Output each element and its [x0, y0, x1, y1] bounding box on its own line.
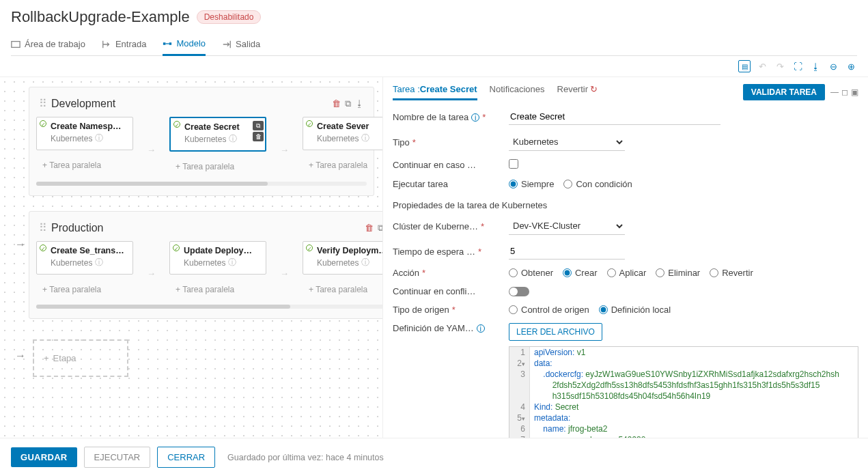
info-icon: ⓘ — [361, 132, 369, 144]
minimize-icon[interactable]: — — [830, 87, 839, 97]
task-title: Update Deploy… — [184, 246, 260, 255]
info-icon: ⓘ — [228, 257, 236, 268]
tab-output[interactable]: Salida — [222, 33, 260, 55]
drag-handle-icon[interactable]: ⠿ — [39, 221, 46, 234]
task-delete-icon[interactable]: 🗑 — [253, 132, 264, 141]
validate-task-button[interactable]: VALIDAR TAREA — [743, 84, 825, 100]
code: metadata: — [534, 413, 570, 423]
task-name-input[interactable] — [509, 109, 720, 125]
task-create-se-trans[interactable]: Create Se_trans… Kubernetesⓘ — [36, 241, 133, 275]
task-create-secret[interactable]: Create Secret Kubernetesⓘ ⧉ 🗑 — [169, 117, 266, 152]
info-icon[interactable]: i — [477, 324, 485, 333]
pipeline-canvas[interactable]: ⠿Development 🗑 ⧉ ⭳ Create Namesp… Kub — [0, 77, 382, 438]
last-saved-text: Guardado por última vez: hace 4 minutos — [227, 453, 384, 462]
drag-handle-icon[interactable]: ⠿ — [39, 97, 46, 110]
label-task-name: Nombre de la tarea — [393, 112, 468, 122]
delete-icon[interactable]: 🗑 — [332, 98, 341, 109]
continue-on-fail-checkbox[interactable] — [509, 159, 518, 169]
radio-apply[interactable]: Aplicar — [607, 268, 647, 278]
copy-icon[interactable]: ⧉ — [378, 223, 382, 234]
radio-delete[interactable]: Eliminar — [656, 268, 700, 278]
connector-icon: → — [147, 262, 156, 279]
info-icon[interactable]: i — [471, 113, 479, 122]
add-parallel-task[interactable]: Tarea paralela — [303, 280, 382, 299]
continue-conflict-toggle[interactable] — [509, 287, 529, 296]
fit-icon[interactable]: ⛶ — [792, 60, 804, 72]
copy-icon[interactable]: ⧉ — [345, 98, 351, 109]
stage-scrollbar[interactable] — [36, 182, 367, 186]
status-badge: Deshabilitado — [197, 10, 262, 24]
yaml-editor[interactable]: 1apiVersion: v1 2▾data: 3 .dockercfg: ey… — [509, 346, 858, 438]
svg-rect-1 — [163, 42, 166, 45]
stage-production[interactable]: ⠿Production 🗑 ⧉ ⭳ Create Se_t — [29, 211, 382, 319]
zoom-in-icon[interactable]: ⊕ — [845, 60, 857, 72]
radio-get[interactable]: Obtener — [509, 268, 553, 278]
maximize-icon[interactable]: ▣ — [851, 87, 858, 97]
add-parallel-task[interactable]: Tarea paralela — [303, 156, 382, 175]
task-type: Kubernetes — [184, 135, 226, 144]
radio-create[interactable]: Crear — [563, 268, 598, 278]
timeout-input[interactable] — [509, 243, 625, 260]
download-icon[interactable]: ⭳ — [809, 60, 822, 72]
tab-model[interactable]: Modelo — [163, 33, 206, 56]
tab-workspace-label: Área de trabajo — [25, 39, 85, 49]
add-parallel-task[interactable]: Tarea paralela — [169, 157, 266, 176]
tab-notifications[interactable]: Notificaciones — [490, 84, 545, 100]
stage-development[interactable]: ⠿Development 🗑 ⧉ ⭳ Create Namesp… Kub — [29, 87, 374, 196]
zoom-out-icon[interactable]: ⊖ — [827, 60, 839, 72]
label-continue-conflict: Continuar en confli… — [393, 286, 475, 296]
connector-icon: → — [280, 138, 289, 155]
rollback-indicator-icon: ↻ — [590, 84, 598, 94]
run-button[interactable]: EJECUTAR — [84, 447, 151, 468]
task-verify-deploy[interactable]: Verify Deploym… Kubernetesⓘ — [303, 241, 382, 275]
radio-local-def[interactable]: Definición local — [599, 305, 671, 315]
code: .dockercfg: — [534, 369, 583, 379]
close-button[interactable]: CERRAR — [157, 447, 215, 468]
cluster-select[interactable]: Dev-VKE-Cluster — [509, 217, 625, 235]
stage-connector-icon: → — [8, 347, 33, 365]
add-parallel-task[interactable]: Tarea paralela — [36, 280, 133, 299]
task-properties-panel: Tarea :Create Secret Notificaciones Reve… — [382, 77, 868, 438]
label-yaml: Definición de YAM… — [393, 323, 474, 333]
label-continue-fail: Continuar en caso … — [393, 160, 476, 170]
code: data: — [534, 359, 552, 368]
stage-scrollbar[interactable] — [36, 305, 382, 309]
radio-rollback[interactable]: Revertir — [710, 268, 753, 278]
task-type-select[interactable]: Kubernetes — [509, 133, 625, 151]
code: name: — [534, 424, 566, 434]
add-parallel-task[interactable]: Tarea paralela — [169, 280, 266, 299]
task-update-deploy[interactable]: Update Deploy… Kubernetesⓘ — [169, 241, 266, 275]
redo-icon[interactable]: ↷ — [774, 60, 786, 72]
add-parallel-task[interactable]: Tarea paralela — [36, 156, 133, 175]
task-type: Kubernetes — [317, 258, 359, 268]
svg-rect-2 — [169, 42, 172, 45]
task-copy-icon[interactable]: ⧉ — [253, 121, 264, 130]
task-type: Kubernetes — [51, 258, 92, 268]
more-icon[interactable]: ⭳ — [355, 98, 364, 109]
tab-input[interactable]: Entrada — [102, 33, 147, 55]
task-create-namespace[interactable]: Create Namesp… Kubernetesⓘ — [36, 117, 133, 150]
tab-workspace[interactable]: Área de trabajo — [11, 33, 85, 55]
delete-icon[interactable]: 🗑 — [365, 223, 374, 234]
read-from-file-button[interactable]: LEER DEL ARCHIVO — [509, 323, 602, 341]
code: 2fdsh5zXdg2dfh5ss13h8dfs5453hfdsfhf3as15… — [534, 380, 820, 390]
add-stage-button[interactable]: +Etapa — [33, 339, 128, 377]
task-title: Verify Deploym… — [317, 246, 382, 255]
stage-name-label: Production — [51, 222, 104, 234]
stage-connector-icon: → — [8, 211, 29, 253]
radio-source-control[interactable]: Control de origen — [509, 305, 589, 315]
layout-icon[interactable]: ▤ — [738, 60, 751, 72]
info-icon: ⓘ — [361, 257, 369, 268]
code: Kind: — [534, 402, 552, 412]
task-create-server[interactable]: Create Sever Kubernetesⓘ — [303, 117, 382, 150]
tab-rollback[interactable]: Revertir↻ — [557, 84, 598, 100]
save-button[interactable]: GUARDAR — [11, 447, 77, 467]
undo-icon[interactable]: ↶ — [756, 60, 768, 72]
radio-delete-label: Eliminar — [668, 268, 700, 278]
radio-condition[interactable]: Con condición — [563, 179, 632, 189]
restore-icon[interactable]: ◻ — [841, 87, 848, 97]
tab-task-name: Create Secret — [420, 84, 477, 94]
tab-task[interactable]: Tarea :Create Secret — [393, 84, 477, 100]
radio-always[interactable]: Siempre — [509, 179, 554, 189]
radio-local-def-label: Definición local — [611, 305, 671, 315]
